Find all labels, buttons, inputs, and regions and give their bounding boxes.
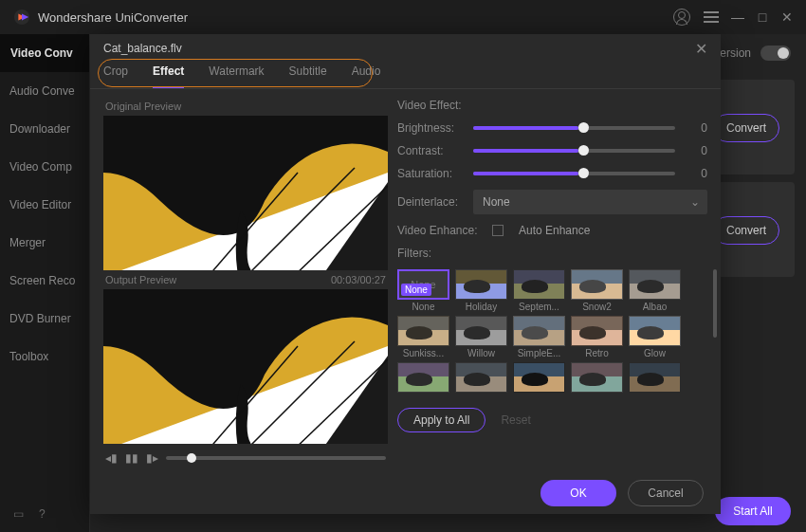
filter-label: None [412,302,435,312]
next-frame-button[interactable]: ▮▸ [146,451,158,465]
prev-frame-button[interactable]: ◂▮ [105,451,118,465]
filter-Willow[interactable]: Willow [455,316,507,358]
filter-label: Sunkiss... [403,348,444,358]
original-preview [103,116,388,270]
filter-Septem...[interactable]: Septem... [513,269,565,312]
playback-bar: ◂▮ ▮▮ ▮▸ [103,444,388,472]
reset-button[interactable]: Reset [501,413,530,427]
convert-button-2[interactable]: Convert [713,216,779,245]
app-title: Wondershare UniConverter [38,10,188,25]
tab-effect[interactable]: Effect [153,64,184,88]
sidebar-item-3[interactable]: Video Comp [0,148,89,186]
filter-label: Willow [467,348,495,358]
filter-label: Snow2 [582,302,612,312]
brightness-slider[interactable] [473,126,675,130]
filter-11[interactable] [455,362,507,394]
saturation-value: 0 [685,167,707,180]
modal-close-icon[interactable]: ✕ [695,40,707,58]
original-preview-label: Original Preview [105,101,181,112]
ok-button[interactable]: OK [540,480,616,506]
preview-time: 00:03/00:27 [331,274,386,285]
app-logo-icon [13,9,30,26]
tab-crop[interactable]: Crop [103,64,128,88]
seek-slider[interactable] [166,456,386,460]
output-preview-label: Output Preview [105,274,176,285]
filter-Retro[interactable]: Retro [571,316,623,358]
cancel-button[interactable]: Cancel [628,480,704,506]
filter-Sunkiss...[interactable]: Sunkiss... [397,316,449,358]
close-button[interactable]: ✕ [781,11,793,23]
filter-Glow[interactable]: Glow [629,316,681,358]
filter-Albao[interactable]: Albao [629,269,681,312]
convert-button-1[interactable]: Convert [713,114,779,142]
sidebar-item-5[interactable]: Merger [0,224,89,262]
brightness-label: Brightness: [397,121,464,135]
deinterlace-select[interactable]: None⌄ [473,190,707,214]
sidebar-item-0[interactable]: Video Conv [0,34,89,72]
filter-None[interactable]: NoneNoneNone [397,269,449,312]
sidebar: Video ConvAudio ConveDownloaderVideo Com… [0,34,90,532]
maximize-button[interactable]: □ [757,11,768,23]
filter-label: SimpleE... [518,348,561,358]
deinterlace-value: None [483,195,510,209]
minimize-button[interactable]: — [732,11,743,23]
filter-label: Septem... [519,302,559,312]
filter-label: Albao [643,302,668,312]
help-question-icon[interactable]: ? [39,507,46,521]
sidebar-item-2[interactable]: Downloader [0,110,89,148]
saturation-slider[interactable] [473,172,675,175]
conversion-toggle[interactable] [760,46,791,61]
modal-filename: Cat_balance.flv [103,42,182,55]
output-preview [103,289,388,444]
pause-button[interactable]: ▮▮ [125,451,138,465]
filter-14[interactable] [629,362,681,394]
menu-icon[interactable] [704,11,719,23]
contrast-value: 0 [685,144,707,157]
video-enhance-label: Video Enhance: [397,224,483,237]
help-book-icon[interactable]: ▭ [13,507,24,521]
filter-Snow2[interactable]: Snow2 [571,269,623,312]
filter-10[interactable] [397,362,449,394]
brightness-value: 0 [685,121,707,135]
effect-modal: Cat_balance.flv ✕ CropEffectWatermarkSub… [90,34,721,514]
apply-to-all-button[interactable]: Apply to All [397,408,485,432]
tab-subtitle[interactable]: Subtitle [289,64,327,88]
filter-label: Holiday [466,302,497,312]
filter-SimpleE...[interactable]: SimpleE... [513,316,565,358]
contrast-slider[interactable] [473,149,675,153]
filter-13[interactable] [571,362,623,394]
modal-tabs: CropEffectWatermarkSubtitleAudio [90,63,721,89]
chevron-down-icon: ⌄ [690,195,700,209]
filters-header: Filters: [397,247,707,260]
sidebar-item-4[interactable]: Video Editor [0,186,89,224]
filter-label: Retro [585,348,608,358]
sidebar-item-1[interactable]: Audio Conve [0,72,89,110]
sidebar-item-6[interactable]: Screen Reco [0,262,89,300]
titlebar: Wondershare UniConverter — □ ✕ [0,0,806,34]
filter-label: Glow [644,348,666,358]
sidebar-item-8[interactable]: Toolbox [0,338,89,376]
saturation-label: Saturation: [397,167,464,180]
filter-12[interactable] [513,362,565,394]
auto-enhance-label: Auto Enhance [519,224,590,237]
sidebar-item-7[interactable]: DVD Burner [0,300,89,338]
auto-enhance-checkbox[interactable] [492,225,504,236]
filters-scroll[interactable]: NoneNoneNoneHolidaySeptem...Snow2AlbaoSu… [397,269,707,394]
account-icon[interactable] [673,9,690,26]
deinterlace-label: Deinterlace: [397,195,464,209]
tab-watermark[interactable]: Watermark [209,64,264,88]
video-effect-header: Video Effect: [397,99,707,112]
filter-Holiday[interactable]: Holiday [455,269,507,312]
contrast-label: Contrast: [397,144,464,157]
tab-audio[interactable]: Audio [352,64,381,88]
start-all-button[interactable]: Start All [715,497,791,525]
